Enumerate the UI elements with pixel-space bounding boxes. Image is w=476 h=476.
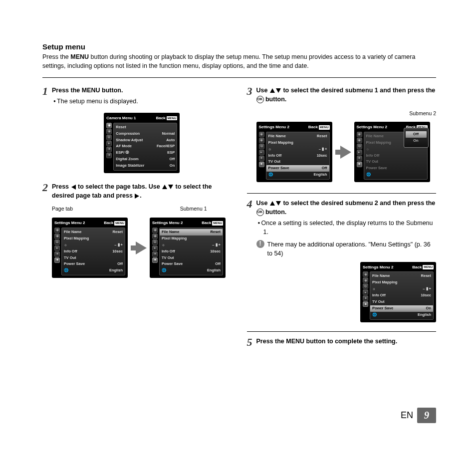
- note-icon: !: [256, 240, 264, 248]
- right-icon: [135, 194, 139, 199]
- ok-icon: OK: [256, 96, 264, 103]
- step-3: 3 Use to select the desired submenu 1 an…: [247, 86, 437, 182]
- step-1: 1 Press the MENU button. The setup menu …: [42, 86, 232, 173]
- screen-step4: Settings Menu 2BackMENU ◉◉⧉▸✦✦ File Name…: [360, 262, 436, 322]
- screen-step3-left: Settings Menu 2BackMENU ◉◉⧉▸✦✦ File Name…: [256, 122, 332, 182]
- left-icon: [71, 185, 76, 190]
- down-icon: [168, 185, 173, 189]
- divider: [247, 193, 437, 194]
- screen-settings-left: Settings Menu 2BackMENU ◉◉⧉▸✦✦ File Name…: [52, 218, 128, 278]
- screen-camera-menu: Camera Menu 1BackMENU ◉◉⧉▸✦✦ ResetCompre…: [104, 113, 180, 173]
- intro-text: Press the MENU button during shooting or…: [42, 53, 436, 70]
- step-5: 5 Press the MENU button to complete the …: [247, 337, 437, 348]
- screen-settings-right: Settings Menu 2BackMENU ◉◉⧉▸✦✦ File Name…: [150, 218, 226, 278]
- divider: [42, 77, 436, 78]
- page-title: Setup menu: [42, 42, 436, 51]
- arrow-icon: [131, 241, 147, 254]
- popup-submenu2: Off On: [404, 128, 429, 148]
- arrow-icon: [335, 146, 351, 159]
- up-icon: [162, 185, 167, 189]
- page-number: 9: [417, 408, 436, 423]
- step-4: 4 Use to select the desired submenu 2 an…: [247, 199, 437, 322]
- step-2: 2 Press to select the page tabs. Use to …: [42, 182, 232, 278]
- page-footer: EN 9: [42, 408, 436, 423]
- divider: [247, 331, 437, 332]
